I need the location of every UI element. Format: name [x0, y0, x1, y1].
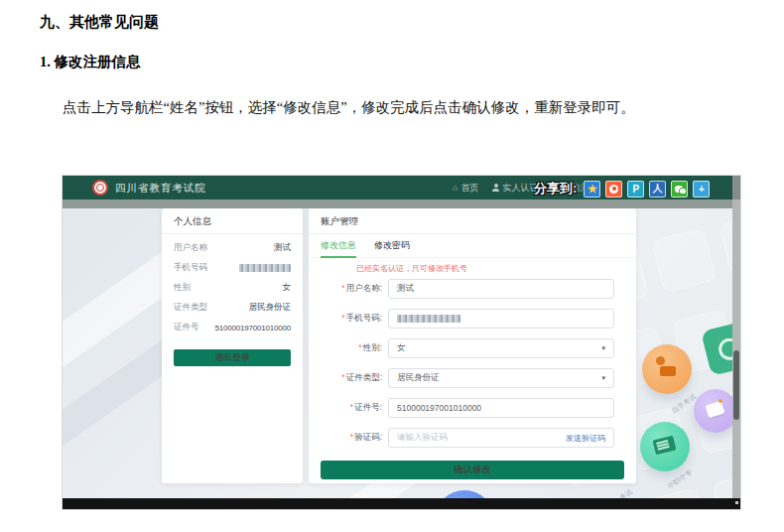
nav-item-home[interactable]: ⌂ 首页	[453, 182, 478, 195]
profile-value: 510000197001010000	[215, 324, 292, 332]
field-label: *验证码:	[309, 432, 382, 444]
decor-blue-circle	[435, 490, 494, 498]
profile-label: 证件类型	[174, 302, 207, 314]
screenshot-bottom-bar	[63, 498, 740, 509]
section-heading: 九、其他常见问题	[40, 13, 159, 32]
captcha-input[interactable]: 请输入验证码 发送验证码	[388, 428, 614, 448]
profile-panel: 个人信息 用户名称 测试 手机号码 性别 女 证件类型 居民身份证 证件号 51…	[162, 208, 303, 483]
qzone-icon[interactable]: ★	[584, 181, 600, 198]
share-label: 分享到:	[534, 180, 577, 198]
app-screenshot: 四川省教育考试院 ⌂ 首页 实人认证 我的消息	[63, 176, 740, 509]
phone-input[interactable]	[388, 309, 614, 329]
field-row-idtype: *证件类型: 居民身份证 ▾	[309, 363, 636, 393]
chevron-down-icon: ▾	[601, 344, 605, 352]
item-heading: 1. 修改注册信息	[40, 53, 141, 71]
profile-row-phone: 手机号码	[174, 258, 291, 278]
brand-title: 四川省教育考试院	[115, 182, 206, 196]
redacted-phone-value	[239, 264, 291, 272]
decor-adult-exam-icon	[694, 389, 737, 433]
scrollbar-thumb[interactable]	[733, 350, 739, 420]
field-label: *证件类型:	[309, 372, 382, 384]
field-row-username: *用户名称: 测试	[309, 274, 636, 304]
chevron-down-icon: ▾	[601, 374, 605, 382]
sichuan-exam-logo-icon	[92, 180, 108, 196]
profile-label: 用户名称	[174, 242, 207, 254]
instruction-paragraph: 点击上方导航栏“姓名”按钮，选择“修改信息”，修改完成后点击确认修改，重新登录即…	[5, 91, 747, 123]
user-icon	[492, 184, 499, 192]
tab-modify-info[interactable]: 修改信息	[321, 234, 356, 257]
required-mark: *	[341, 372, 344, 382]
required-mark: *	[341, 283, 344, 293]
field-label: *用户名称:	[309, 283, 382, 295]
profile-label: 证件号	[174, 322, 199, 333]
share-more-icon[interactable]: +	[693, 181, 710, 198]
wechat-icon[interactable]	[671, 181, 688, 198]
share-bar: 分享到: ★ P 人 +	[534, 180, 710, 198]
username-input[interactable]: 测试	[388, 279, 614, 299]
required-mark: *	[350, 432, 353, 442]
required-mark: *	[341, 313, 344, 323]
required-mark: *	[350, 402, 353, 412]
profile-panel-title: 个人信息	[162, 208, 303, 234]
renren-icon[interactable]: 人	[649, 181, 666, 198]
field-row-captcha: *验证码: 请输入验证码 发送验证码	[309, 423, 636, 453]
pengyou-icon[interactable]: P	[627, 181, 644, 198]
logout-button[interactable]: 退出登录	[174, 349, 291, 366]
field-label: *证件号:	[309, 402, 382, 414]
tab-modify-password[interactable]: 修改密码	[374, 234, 410, 257]
profile-value: 居民身份证	[249, 302, 292, 314]
idnumber-input[interactable]: 510000197001010000	[388, 398, 614, 418]
weibo-icon[interactable]	[605, 181, 622, 198]
field-row-idnumber: *证件号: 510000197001010000	[309, 393, 636, 423]
captcha-placeholder: 请输入验证码	[397, 432, 448, 444]
gender-select[interactable]: 女 ▾	[388, 338, 614, 358]
field-row-phone: *手机号码:	[309, 304, 636, 333]
nav-item-realname[interactable]: 实人认证	[492, 182, 538, 195]
field-row-gender: *性别: 女 ▾	[309, 333, 636, 363]
confirm-modify-button[interactable]: 确认修改	[321, 461, 624, 479]
profile-row-idtype: 证件类型 居民身份证	[174, 298, 291, 318]
profile-label: 手机号码	[174, 262, 207, 274]
home-icon: ⌂	[453, 183, 457, 193]
send-code-link[interactable]: 发送验证码	[566, 433, 605, 444]
account-panel: 账户管理 修改信息 修改密码 已经实名认证，只可修改手机号 *用户名称: 测试 …	[309, 208, 636, 483]
redacted-phone-value	[397, 315, 460, 323]
nav-home-label: 首页	[460, 182, 478, 195]
profile-row-idnumber: 证件号 510000197001010000	[174, 318, 291, 337]
field-label: *性别:	[309, 342, 382, 354]
profile-row-username: 用户名称 测试	[174, 238, 291, 258]
decor-selfstudy-icon	[642, 344, 692, 394]
field-label: *手机号码:	[309, 313, 382, 325]
idtype-select[interactable]: 居民身份证 ▾	[388, 368, 614, 388]
decor-vocational-icon	[640, 422, 690, 471]
required-mark: *	[358, 342, 361, 352]
profile-label: 性别	[174, 282, 191, 294]
profile-value: 测试	[274, 242, 291, 254]
header-sub-strip	[63, 200, 740, 208]
account-panel-title: 账户管理	[309, 208, 636, 234]
realname-notice: 已经实名认证，只可修改手机号	[356, 263, 636, 274]
profile-row-gender: 性别 女	[174, 278, 291, 298]
account-tabs: 修改信息 修改密码	[309, 234, 636, 258]
scrollbar[interactable]	[732, 176, 740, 498]
profile-value: 女	[283, 282, 292, 294]
